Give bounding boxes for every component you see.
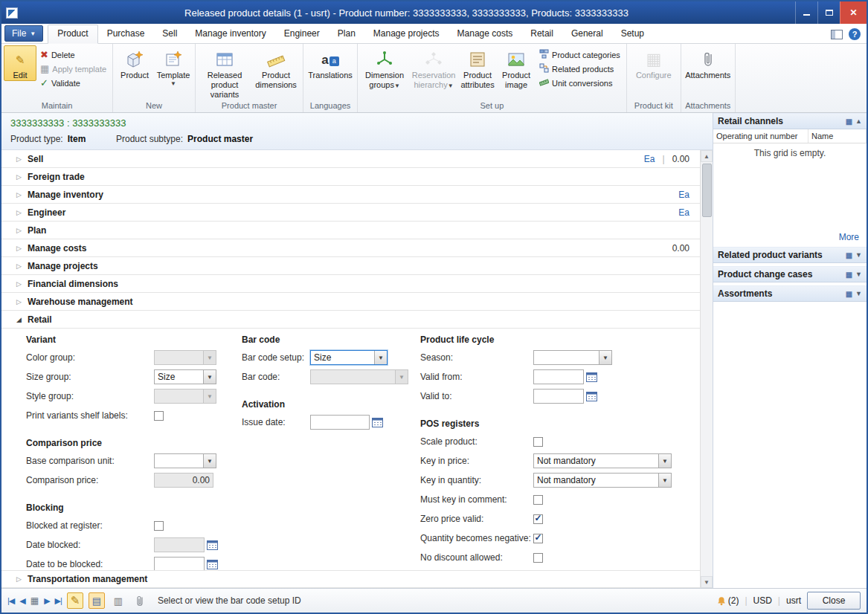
print-variants-shelf-labels-checkbox[interactable] xyxy=(154,411,164,421)
view-details-button[interactable]: ▥ xyxy=(110,592,126,609)
chevron-up-icon[interactable]: ▲ xyxy=(855,117,862,125)
configure-button[interactable]: ▦ Configure xyxy=(629,45,678,81)
dropdown-arrow-icon[interactable]: ▼ xyxy=(374,351,387,364)
product-attributes-button[interactable]: Product attributes xyxy=(458,45,497,91)
dropdown-arrow-icon[interactable]: ▼ xyxy=(203,351,216,364)
close-button[interactable]: ✕ xyxy=(840,1,867,24)
tab-purchase[interactable]: Purchase xyxy=(98,25,154,43)
valid-from-input[interactable] xyxy=(533,369,584,384)
fasttab-transportation-management[interactable]: ▷ Transportation management xyxy=(1,570,700,588)
validate-button[interactable]: ✓ Validate xyxy=(36,76,110,90)
edit-mode-button[interactable]: ✎ xyxy=(67,592,83,609)
date-to-be-blocked-input[interactable] xyxy=(154,557,205,570)
tab-plan[interactable]: Plan xyxy=(329,25,364,43)
scroll-up-icon[interactable]: ▲ xyxy=(701,150,713,162)
company-indicator[interactable]: usrt xyxy=(786,595,801,606)
view-grid-button[interactable]: ▤ xyxy=(89,592,105,609)
tab-product[interactable]: Product xyxy=(48,25,97,44)
chevron-down-icon[interactable]: ▼ xyxy=(855,290,862,297)
calendar-icon[interactable] xyxy=(586,372,597,382)
more-link[interactable]: More xyxy=(713,230,867,247)
scrollbar-thumb[interactable] xyxy=(702,164,712,217)
translations-button[interactable]: aa Translations xyxy=(306,45,355,81)
color-group-combo[interactable]: ▼ xyxy=(154,350,216,365)
fasttab-financial-dimensions[interactable]: ▷ Financial dimensions xyxy=(1,275,700,293)
currency-indicator[interactable]: USD xyxy=(753,595,772,606)
unit-link[interactable]: Ea xyxy=(644,154,655,164)
dimension-groups-button[interactable]: Dimension groups▼ xyxy=(360,45,409,91)
tab-engineer[interactable]: Engineer xyxy=(275,25,329,43)
vertical-scrollbar[interactable]: ▲ ▼ xyxy=(700,150,713,588)
grid-icon[interactable]: ▦ xyxy=(846,290,852,298)
unit-conversions-button[interactable]: Unit conversions xyxy=(536,76,624,90)
layout-toggle-icon[interactable] xyxy=(831,30,843,39)
calendar-icon[interactable] xyxy=(586,391,597,401)
fasttab-warehouse-management[interactable]: ▷ Warehouse management xyxy=(1,293,700,311)
notifications-button[interactable]: (2) xyxy=(716,595,739,607)
tab-manage-projects[interactable]: Manage projects xyxy=(364,25,449,43)
factbox-product-change-cases-header[interactable]: Product change cases ▦ ▼ xyxy=(713,266,867,282)
attachments-button[interactable]: Attachments xyxy=(684,45,733,81)
calendar-icon[interactable] xyxy=(207,540,218,550)
size-group-combo[interactable]: Size▼ xyxy=(154,369,216,384)
column-name[interactable]: Name xyxy=(808,129,867,143)
tab-setup[interactable]: Setup xyxy=(612,25,653,43)
bar-code-combo[interactable]: ▼ xyxy=(310,369,408,384)
factbox-related-product-variants-header[interactable]: Related product variants ▦ ▼ xyxy=(713,247,867,263)
fasttab-sell[interactable]: ▷ Sell Ea|0.00 xyxy=(1,150,700,168)
reservation-hierarchy-button[interactable]: Reservation hierarchy▼ xyxy=(409,45,458,91)
delete-button[interactable]: ✖ Delete xyxy=(36,48,110,62)
product-image-button[interactable]: Product image xyxy=(497,45,536,91)
valid-to-input[interactable] xyxy=(533,389,584,404)
dropdown-arrow-icon[interactable]: ▼ xyxy=(658,474,671,487)
key-in-price-combo[interactable]: Not mandatory▼ xyxy=(533,453,672,468)
quantity-becomes-negative-checkbox[interactable] xyxy=(533,534,543,543)
nav-first-icon[interactable]: |◀ xyxy=(7,596,14,606)
released-product-variants-button[interactable]: Released product variants xyxy=(198,45,251,100)
issue-date-input[interactable] xyxy=(310,415,370,430)
dropdown-arrow-icon[interactable]: ▼ xyxy=(203,370,216,384)
key-in-quantity-combo[interactable]: Not mandatory▼ xyxy=(533,473,672,488)
grid-icon[interactable]: ▦ xyxy=(846,251,852,259)
document-attachment-button[interactable] xyxy=(132,592,148,609)
grid-icon[interactable]: ▦ xyxy=(846,271,852,279)
unit-link[interactable]: Ea xyxy=(678,207,689,218)
factbox-retail-channels-header[interactable]: Retail channels ▦ ▲ xyxy=(713,113,867,129)
scroll-down-icon[interactable]: ▼ xyxy=(701,576,713,588)
tab-manage-inventory[interactable]: Manage inventory xyxy=(186,25,274,43)
fasttab-plan[interactable]: ▷ Plan xyxy=(1,222,700,239)
scale-product-checkbox[interactable] xyxy=(533,437,543,447)
zero-price-valid-checkbox[interactable] xyxy=(533,514,543,524)
apply-template-button[interactable]: ▦ Apply template xyxy=(36,62,110,76)
grid-view-icon[interactable]: ▦ xyxy=(30,595,39,606)
grid-icon[interactable]: ▦ xyxy=(846,117,852,126)
dropdown-arrow-icon[interactable]: ▼ xyxy=(658,454,671,468)
product-categories-button[interactable]: Product categories xyxy=(536,48,624,62)
comparison-price-input[interactable] xyxy=(154,473,213,488)
nav-last-icon[interactable]: ▶| xyxy=(55,596,62,606)
fasttab-engineer[interactable]: ▷ Engineer Ea xyxy=(1,204,700,222)
must-key-in-comment-checkbox[interactable] xyxy=(533,495,543,505)
nav-previous-icon[interactable]: ◀ xyxy=(19,596,25,606)
fasttab-foreign-trade[interactable]: ▷ Foreign trade xyxy=(1,168,700,186)
factbox-assortments-header[interactable]: Assortments ▦ ▼ xyxy=(713,285,867,302)
new-template-button[interactable]: Template ▼ xyxy=(154,45,193,88)
close-form-button[interactable]: Close xyxy=(807,592,861,610)
calendar-icon[interactable] xyxy=(207,559,218,569)
new-product-button[interactable]: Product xyxy=(115,45,154,81)
base-comparison-unit-combo[interactable]: ▼ xyxy=(154,453,216,468)
chevron-down-icon[interactable]: ▼ xyxy=(855,271,862,278)
maximize-button[interactable] xyxy=(817,1,840,24)
tab-general[interactable]: General xyxy=(562,25,612,43)
file-menu-button[interactable]: File ▼ xyxy=(4,25,43,42)
blocked-at-register-checkbox[interactable] xyxy=(154,521,164,531)
dropdown-arrow-icon[interactable]: ▼ xyxy=(599,351,611,364)
calendar-icon[interactable] xyxy=(372,417,383,427)
related-products-button[interactable]: Related products xyxy=(536,62,624,76)
tab-manage-costs[interactable]: Manage costs xyxy=(449,25,522,43)
tab-sell[interactable]: Sell xyxy=(153,25,186,43)
edit-button[interactable]: ✎ Edit xyxy=(4,45,36,81)
season-combo[interactable]: ▼ xyxy=(533,350,612,365)
chevron-down-icon[interactable]: ▼ xyxy=(855,251,862,259)
tab-retail[interactable]: Retail xyxy=(521,25,562,43)
